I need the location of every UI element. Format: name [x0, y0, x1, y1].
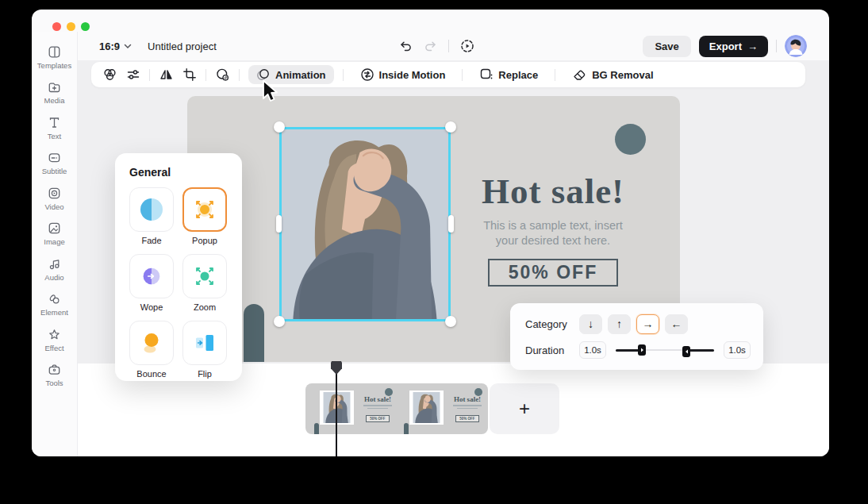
playhead-line [336, 368, 337, 456]
selection-handle-top-right[interactable] [445, 121, 456, 133]
bg-removal-eraser-icon [572, 67, 587, 82]
crop-icon[interactable] [182, 67, 197, 82]
animation-button[interactable]: Animation [248, 65, 334, 84]
slider-handle-out[interactable] [682, 346, 690, 357]
clip-deco-circle [385, 388, 393, 396]
animation-option-flip[interactable]: Flip [182, 321, 227, 379]
clip-badge: 50% OFF [366, 415, 389, 422]
animation-option-wope[interactable]: Wope [129, 254, 174, 312]
sidebar-item-label: Subtitle [42, 167, 67, 175]
save-button[interactable]: Save [643, 36, 690, 57]
tools-briefcase-icon [48, 363, 61, 376]
slider-handle-in[interactable] [638, 344, 646, 356]
zoom-animation-card[interactable] [182, 254, 227, 298]
wope-icon [139, 264, 164, 289]
color-blend-icon[interactable] [102, 67, 117, 82]
bg-removal-button[interactable]: BG Removal [564, 64, 661, 85]
audio-icon [48, 257, 61, 271]
undo-icon[interactable] [399, 40, 413, 52]
direction-right-button[interactable]: → [636, 314, 659, 334]
export-arrow-icon: → [747, 40, 758, 52]
media-folder-icon [48, 80, 61, 94]
bounce-card[interactable] [129, 321, 174, 365]
flip-card[interactable] [182, 321, 227, 365]
sidebar-item-audio[interactable]: Audio [32, 252, 77, 287]
playhead-handle[interactable] [331, 361, 342, 375]
minimize-window-button[interactable] [67, 22, 75, 31]
remove-color-icon[interactable] [215, 67, 230, 82]
timeline-clip-2[interactable]: Hot sale! 50% OFF [405, 391, 488, 427]
selected-image-element[interactable] [279, 127, 451, 321]
replace-icon [479, 67, 494, 82]
canvas-subtext-line2: your desired text here. [496, 234, 610, 247]
clip-badge: 50% OFF [455, 415, 478, 422]
wope-card[interactable] [129, 254, 174, 298]
sidebar-item-tools[interactable]: Tools [32, 358, 77, 394]
canvas-deco-pill[interactable] [244, 304, 264, 362]
flip-horizontal-icon[interactable] [159, 67, 174, 82]
canvas-deco-circle[interactable] [615, 124, 646, 155]
canvas-subtext[interactable]: This is a sample text, insert your desir… [446, 218, 660, 248]
clip-text: Hot sale! 50% OFF [448, 395, 486, 423]
selection-handle-bottom-right[interactable] [445, 316, 456, 327]
category-label: Category [525, 318, 579, 330]
canvas-discount-badge[interactable]: 50% OFF [488, 259, 618, 287]
clip-subtext-line [363, 405, 392, 406]
divider [239, 69, 240, 81]
aspect-ratio-select[interactable]: 16:9 [99, 40, 132, 52]
duration-label: Duration [525, 344, 579, 356]
selection-handle-top-left[interactable] [274, 121, 285, 133]
direction-up-button[interactable]: ↑ [608, 314, 631, 334]
fade-card[interactable] [129, 187, 174, 232]
sidebar-item-video[interactable]: Video [32, 181, 77, 217]
adjust-sliders-icon[interactable] [126, 67, 140, 82]
sidebar-item-image[interactable]: Image [32, 217, 77, 252]
direction-down-button[interactable]: ↓ [579, 314, 602, 334]
sidebar-item-media[interactable]: Media [32, 75, 77, 111]
animation-option-fade[interactable]: Fade [129, 187, 174, 245]
inside-motion-button[interactable]: Inside Motion [352, 64, 454, 85]
sidebar-item-templates[interactable]: Templates [32, 40, 77, 75]
add-scene-button[interactable]: + [490, 383, 559, 434]
animation-option-popup[interactable]: Popup [182, 187, 227, 245]
selection-handle-bottom-left[interactable] [274, 316, 285, 327]
animation-option-zoom[interactable]: Zoom [182, 254, 227, 312]
replace-button[interactable]: Replace [471, 64, 546, 85]
project-title[interactable]: Untitled project [148, 40, 217, 52]
context-toolbar: Animation Inside Motion Replace BG Remov… [91, 62, 805, 87]
redo-icon[interactable] [424, 40, 437, 52]
user-avatar[interactable] [785, 35, 807, 57]
divider [149, 69, 150, 81]
export-button[interactable]: Export → [699, 36, 768, 57]
inside-motion-icon [360, 67, 374, 82]
timeline-clip-strip[interactable]: Hot sale! 50% OFF Hot sale! 50% OFF [305, 383, 488, 434]
clip-text: Hot sale! 50% OFF [359, 395, 397, 423]
clip-thumbnail [320, 391, 354, 425]
category-row: Category ↓ ↑ → ← [525, 314, 763, 334]
sidebar-item-effect[interactable]: Effect [32, 322, 77, 358]
divider [776, 40, 777, 52]
duration-start-input[interactable]: 1.0s [579, 341, 606, 359]
zoom-window-button[interactable] [81, 22, 90, 31]
animation-option-bounce[interactable]: Bounce [129, 321, 174, 379]
preview-icon[interactable] [460, 39, 474, 53]
timeline-clip-1[interactable]: Hot sale! 50% OFF [315, 391, 401, 427]
popup-card[interactable] [182, 187, 227, 232]
sidebar-item-element[interactable]: Element [32, 287, 77, 323]
direction-left-button[interactable]: ← [665, 314, 688, 334]
canvas-subtext-line1: This is a sample text, insert [483, 219, 623, 232]
duration-range-slider[interactable] [616, 344, 714, 356]
fade-icon [140, 198, 163, 221]
sidebar-item-text[interactable]: Text [32, 110, 77, 146]
sidebar-item-label: Element [40, 308, 68, 317]
sidebar-item-subtitle[interactable]: Subtitle [32, 146, 77, 182]
app-window: 16:9 Untitled project Save Export → [32, 10, 829, 456]
close-window-button[interactable] [52, 22, 61, 31]
duration-end-input[interactable]: 1.0s [724, 341, 751, 359]
replace-label: Replace [498, 69, 538, 81]
selection-handle-left[interactable] [276, 215, 282, 233]
selection-handle-right[interactable] [448, 215, 454, 233]
animation-options-grid: Fade Popup Wope Zoom [129, 187, 242, 379]
canvas-headline[interactable]: Hot sale! [446, 171, 660, 212]
sidebar-item-label: Video [44, 202, 63, 211]
